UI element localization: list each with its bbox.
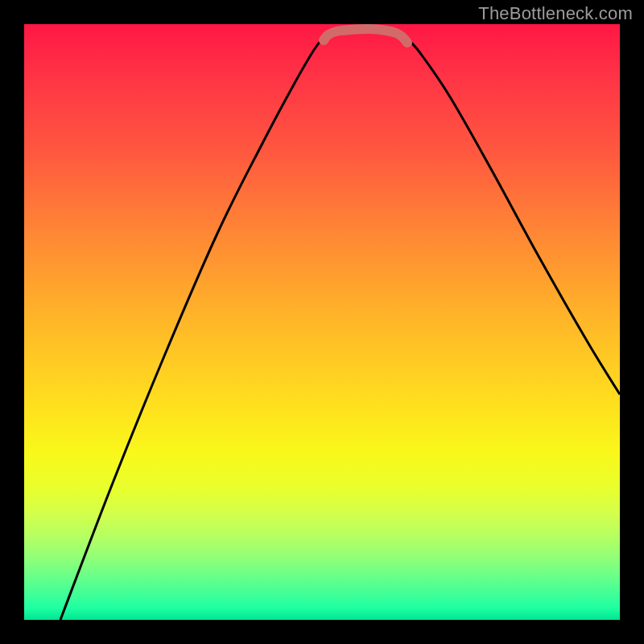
chart-svg bbox=[24, 24, 620, 620]
plot-area bbox=[24, 24, 620, 620]
bottleneck-curve bbox=[60, 27, 620, 620]
chart-frame: TheBottleneck.com bbox=[0, 0, 644, 644]
watermark-text: TheBottleneck.com bbox=[478, 3, 633, 24]
optimal-zone-marker bbox=[324, 29, 407, 43]
